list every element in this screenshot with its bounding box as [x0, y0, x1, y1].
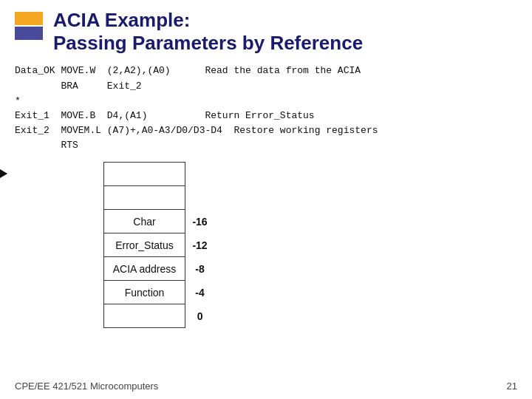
content-area: Data_OK MOVE.W (2,A2),(A0) Read the data… [0, 61, 532, 334]
stack-cell-offset: 0 [185, 304, 215, 328]
stack-cell-offset [185, 186, 215, 210]
table-row: Function-4 [104, 281, 215, 304]
stack-cell-offset: -4 [185, 281, 215, 304]
stack-cell-offset: -12 [185, 233, 215, 257]
title-block: ACIA Example: Passing Parameters by Refe… [53, 9, 363, 55]
page-number: 21 [507, 381, 517, 392]
code-block: Data_OK MOVE.W (2,A2),(A0) Read the data… [15, 64, 517, 153]
stack-cell-label: ACIA address [104, 257, 185, 281]
stack-cell-offset: -8 [185, 257, 215, 281]
stack-cell-label: Error_Status [104, 233, 185, 257]
course-label: CPE/EE 421/521 Microcomputers [15, 381, 158, 392]
table-row: 0 [104, 304, 215, 328]
slide-title-line2: Passing Parameters by Reference [53, 32, 363, 55]
logo [15, 12, 43, 40]
stack-cell-offset: -16 [185, 210, 215, 233]
header: ACIA Example: Passing Parameters by Refe… [0, 0, 532, 61]
stack-table: Char-16Error_Status-12ACIA address-8Func… [103, 162, 215, 328]
stack-diagram: SP Char-16Error_Status-12ACIA address-8F… [15, 162, 517, 328]
stack-cell-label: Function [104, 281, 185, 304]
stack-cell-label [104, 186, 185, 210]
footer: CPE/EE 421/521 Microcomputers 21 [0, 381, 532, 392]
stack-cell-label [104, 304, 185, 328]
table-row [104, 186, 215, 210]
slide-title-line1: ACIA Example: [53, 9, 363, 32]
table-row: Error_Status-12 [104, 233, 215, 257]
stack-cell-label: Char [104, 210, 185, 233]
table-row: Char-16 [104, 210, 215, 233]
table-row: ACIA address-8 [104, 257, 215, 281]
sp-arrow: SP [0, 162, 7, 185]
stack-cell-label [104, 163, 185, 186]
arrow-line [0, 173, 7, 174]
table-row [104, 163, 215, 186]
logo-top [15, 12, 43, 25]
logo-bottom [15, 27, 43, 40]
stack-cell-offset [185, 163, 215, 186]
